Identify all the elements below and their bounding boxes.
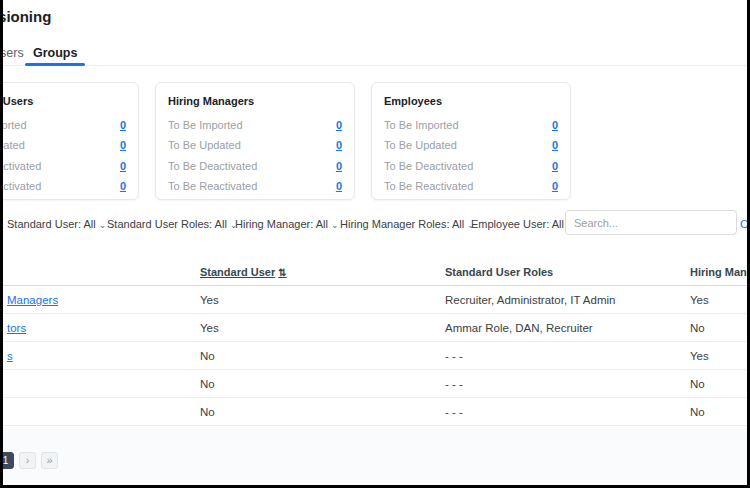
group-link[interactable]: tors (7, 322, 26, 334)
card-row: To Be Deactivated 0 (168, 160, 342, 174)
card-hiring-managers: Hiring Managers To Be Imported 0 To Be U… (155, 82, 355, 200)
roles-cell: - - - (445, 370, 463, 398)
group-name-cell[interactable]: tors (7, 314, 26, 342)
card-row-label: To Be Updated (168, 139, 241, 151)
card-row-label: To Be Deactivated (3, 160, 41, 172)
card-row-label: To Be Imported (3, 119, 27, 131)
card-row: To Be Reactivated 0 (384, 180, 558, 194)
filter-hiring-manager[interactable]: Hiring Manager: All⌄ (235, 218, 338, 230)
search-input[interactable] (565, 210, 737, 235)
filter-standard-user[interactable]: Standard User: All⌄ (7, 218, 106, 230)
count-link[interactable]: 0 (120, 180, 126, 192)
card-row: To Be Imported 0 (168, 119, 342, 133)
card-row-label: To Be Updated (384, 139, 457, 151)
last-page-icon: » (46, 454, 52, 466)
card-row: To Be Imported 0 (384, 119, 558, 133)
card-row-label: To Be Reactivated (168, 180, 257, 192)
hiring-manager-cell: No (690, 314, 705, 342)
active-tab-underline (25, 63, 85, 66)
pagination-active-page-button[interactable]: 1 (3, 452, 14, 469)
hiring-manager-cell: Yes (690, 342, 709, 370)
card-title: Hiring Managers (168, 95, 254, 107)
hiring-manager-cell: No (690, 398, 705, 426)
column-header-standard-user[interactable]: Standard User⇅ (200, 266, 287, 278)
chevron-down-icon: ⌄ (331, 220, 339, 230)
card-row-label: To Be Imported (168, 119, 243, 131)
count-link[interactable]: 0 (336, 160, 342, 172)
card-row: To Be Updated 0 (384, 139, 558, 153)
next-page-icon: › (26, 454, 30, 466)
tab-users[interactable]: Users (3, 46, 24, 60)
page-title: User Provisioning (3, 8, 51, 25)
card-row: To Be Reactivated 0 (168, 180, 342, 194)
table-footer (3, 427, 747, 485)
clear-link[interactable]: Clear (740, 218, 747, 230)
standard-user-cell: No (200, 398, 215, 426)
card-row-label: To Be Reactivated (384, 180, 473, 192)
card-row: To Be Reactivated 0 (3, 180, 126, 194)
tab-groups[interactable]: Groups (33, 46, 77, 60)
standard-user-cell: Yes (200, 286, 219, 314)
app-window: User Provisioning Users Groups Standard … (3, 0, 747, 485)
card-row-label: To Be Deactivated (168, 160, 257, 172)
chevron-down-icon: ⌄ (99, 220, 107, 230)
count-link[interactable]: 0 (120, 119, 126, 131)
pagination-last-button[interactable]: » (41, 452, 58, 469)
pagination-next-button[interactable]: › (19, 452, 36, 469)
card-row-label: To Be Deactivated (384, 160, 473, 172)
card-row-label: To Be Imported (384, 119, 459, 131)
count-link[interactable]: 0 (552, 160, 558, 172)
group-link[interactable]: Managers (7, 294, 58, 306)
card-row: To Be Imported 0 (3, 119, 126, 133)
card-row-label: To Be Reactivated (3, 180, 41, 192)
column-header-standard-user-roles: Standard User Roles (445, 266, 553, 278)
screenshot-frame: User Provisioning Users Groups Standard … (0, 0, 750, 488)
group-link[interactable]: s (7, 350, 13, 362)
card-row: To Be Deactivated 0 (3, 160, 126, 174)
group-name-cell[interactable]: Managers (7, 286, 58, 314)
filter-hiring-manager-roles[interactable]: Hiring Manager Roles: All⌄ (340, 218, 475, 230)
table-row: s No - - - Yes (3, 342, 747, 370)
standard-user-cell: No (200, 370, 215, 398)
table-row: tors Yes Ammar Role, DAN, Recruiter No (3, 314, 747, 342)
card-row: To Be Updated 0 (168, 139, 342, 153)
hiring-manager-cell: Yes (690, 286, 709, 314)
standard-user-cell: Yes (200, 314, 219, 342)
tab-divider (3, 65, 747, 66)
count-link[interactable]: 0 (552, 180, 558, 192)
card-row-label: To Be Updated (3, 139, 25, 151)
card-row: To Be Deactivated 0 (384, 160, 558, 174)
roles-cell: Recruiter, Administrator, IT Admin (445, 286, 615, 314)
group-name-cell[interactable]: s (7, 342, 13, 370)
card-employees: Employees To Be Imported 0 To Be Updated… (371, 82, 571, 200)
count-link[interactable]: 0 (120, 160, 126, 172)
roles-cell: - - - (445, 342, 463, 370)
table-row: No - - - No (3, 398, 747, 426)
filter-employee-user[interactable]: Employee User: All⌄ (471, 218, 574, 230)
count-link[interactable]: 0 (552, 139, 558, 151)
card-title: Standard Users (3, 95, 33, 107)
roles-cell: Ammar Role, DAN, Recruiter (445, 314, 593, 342)
count-link[interactable]: 0 (336, 119, 342, 131)
column-header-hiring-manager: Hiring Manager (690, 266, 747, 278)
card-title: Employees (384, 95, 442, 107)
count-link[interactable]: 0 (552, 119, 558, 131)
table-header: Standard User⇅ Standard User Roles Hirin… (3, 260, 747, 286)
filter-standard-user-roles[interactable]: Standard User Roles: All⌄ (107, 218, 237, 230)
hiring-manager-cell: No (690, 370, 705, 398)
table-row: No - - - No (3, 370, 747, 398)
card-row: To Be Updated 0 (3, 139, 126, 153)
count-link[interactable]: 0 (120, 139, 126, 151)
card-standard-users: Standard Users To Be Imported 0 To Be Up… (3, 82, 139, 200)
standard-user-cell: No (200, 342, 215, 370)
roles-cell: - - - (445, 398, 463, 426)
table-row: Managers Yes Recruiter, Administrator, I… (3, 286, 747, 314)
sort-icon: ⇅ (278, 267, 286, 278)
count-link[interactable]: 0 (336, 139, 342, 151)
count-link[interactable]: 0 (336, 180, 342, 192)
